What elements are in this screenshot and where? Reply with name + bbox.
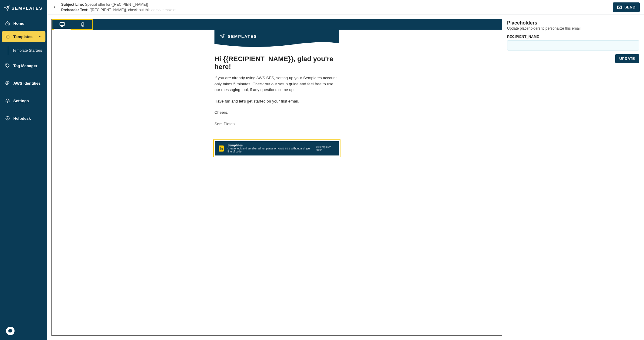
main-column: Subject Line: Special offer for {{RECIPI…	[47, 0, 644, 340]
topbar: Subject Line: Special offer for {{RECIPI…	[47, 0, 644, 15]
mobile-icon	[80, 22, 85, 27]
sidebar-item-label: Templates	[13, 34, 32, 39]
sidebar-item-tag-manager[interactable]: Tag Manager	[2, 60, 45, 71]
preview-frame: SEMPLATES Hi {{RECIPIENT_NAME}}, glad yo…	[51, 19, 502, 336]
email-body: Hi {{RECIPIENT_NAME}}, glad you're here!…	[214, 48, 339, 139]
content-row: SEMPLATES Hi {{RECIPIENT_NAME}}, glad yo…	[47, 15, 644, 340]
sidebar-item-label: Helpdesk	[13, 116, 31, 121]
email-header: SEMPLATES	[214, 30, 339, 48]
sidebar-subitem-template-starters[interactable]: Template Starters	[11, 46, 45, 55]
paper-plane-icon	[4, 5, 10, 11]
device-tab-mobile[interactable]	[72, 19, 93, 30]
sidebar-nav: Home Templates Template Starters	[2, 18, 45, 124]
svg-rect-5	[60, 22, 65, 25]
copy-icon	[5, 34, 10, 39]
sidebar-item-aws-identities[interactable]: AWS Identities	[2, 77, 45, 89]
svg-point-2	[7, 100, 8, 101]
sidebar-item-label: Tag Manager	[13, 64, 37, 68]
placeholder-field-label: RECIPIENT_NAME	[507, 35, 639, 38]
placeholders-subtitle: Update placeholders to personalize this …	[507, 26, 639, 31]
device-tab-desktop[interactable]	[52, 19, 72, 30]
email-paragraph-2: Have fun and let's get started on your f…	[214, 98, 339, 104]
paper-plane-icon	[220, 34, 225, 39]
update-button-label: UPDATE	[619, 57, 635, 61]
svg-rect-0	[7, 36, 9, 38]
svg-point-7	[82, 25, 83, 26]
sidebar-item-helpdesk[interactable]: Helpdesk	[2, 113, 45, 124]
desktop-icon	[59, 21, 65, 28]
send-button-label: SEND	[624, 5, 636, 9]
email-footer-name: Semplates	[227, 144, 312, 147]
gear-icon	[5, 98, 10, 103]
brand-name: SEMPLATES	[12, 6, 43, 11]
subject-line-label: Subject Line:	[61, 2, 84, 7]
email-preview-area: SEMPLATES Hi {{RECIPIENT_NAME}}, glad yo…	[52, 30, 502, 335]
sidebar-item-templates[interactable]: Templates	[2, 31, 45, 42]
sidebar-item-label: AWS Identities	[13, 81, 41, 86]
device-toggle-bar	[52, 19, 502, 30]
email-signature: Sem Plates	[214, 121, 339, 127]
sidebar-item-label: Settings	[13, 99, 29, 103]
sidebar-submenu-templates: Template Starters	[8, 46, 45, 55]
envelope-icon	[617, 5, 622, 10]
email-footer: in Semplates Create, edit and send email…	[215, 141, 339, 155]
update-button[interactable]: UPDATE	[615, 54, 639, 63]
chat-launcher[interactable]	[6, 327, 15, 335]
subject-line-value: Special offer for {{RECIPIENT_NAME}}	[85, 2, 148, 7]
email-cheers: Cheers,	[214, 110, 339, 116]
placeholders-title: Placeholders	[507, 20, 639, 26]
wave-divider	[214, 41, 339, 48]
sidebar-item-home[interactable]: Home	[2, 18, 45, 29]
home-icon	[5, 21, 10, 26]
back-button[interactable]	[50, 3, 59, 11]
linkedin-icon[interactable]: in	[219, 145, 224, 152]
fingerprint-icon	[5, 80, 10, 86]
preview-column: SEMPLATES Hi {{RECIPIENT_NAME}}, glad yo…	[51, 19, 502, 336]
sidebar-item-settings[interactable]: Settings	[2, 95, 45, 106]
preheader-value: {{RECIPIENT_NAME}}, check out this demo …	[89, 8, 175, 12]
placeholder-input-recipient-name[interactable]	[507, 40, 639, 51]
highlight-box-footer: in Semplates Create, edit and send email…	[213, 139, 340, 157]
send-button[interactable]: SEND	[613, 2, 640, 12]
email-header-brand: SEMPLATES	[228, 34, 257, 39]
help-icon	[5, 116, 10, 121]
tag-icon	[5, 63, 10, 68]
preheader-label: Preheader Text:	[61, 8, 88, 12]
email-greeting: Hi {{RECIPIENT_NAME}}, glad you're here!	[214, 55, 339, 71]
svg-point-1	[6, 64, 7, 65]
email-paragraph-1: If you are already using AWS SES, settin…	[214, 75, 339, 93]
chevron-down-icon	[38, 34, 42, 39]
sidebar-item-label: Home	[13, 21, 24, 26]
placeholders-panel: Placeholders Update placeholders to pers…	[506, 19, 640, 336]
template-meta: Subject Line: Special offer for {{RECIPI…	[61, 2, 175, 13]
sidebar-item-label: Template Starters	[12, 48, 42, 53]
brand-logo: SEMPLATES	[2, 5, 45, 18]
email-footer-text: Semplates Create, edit and send email te…	[227, 144, 312, 153]
email-footer-sub: Create, edit and send email templates on…	[227, 147, 312, 153]
email-footer-copyright: © Semplates 2022	[316, 145, 335, 152]
sidebar: SEMPLATES Home Templates Templa	[0, 0, 47, 340]
svg-point-4	[7, 119, 8, 119]
